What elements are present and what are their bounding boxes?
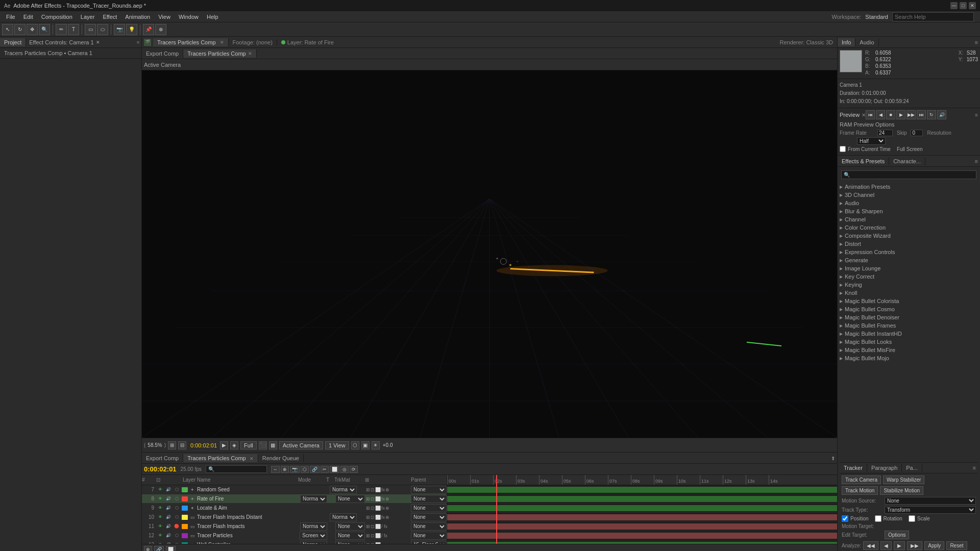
menu-layer[interactable]: Layer [77, 13, 99, 21]
frame-rate-input[interactable] [877, 130, 893, 136]
effect-generate[interactable]: ▶Generate [838, 256, 980, 264]
tab-audio[interactable]: Audio [855, 38, 878, 46]
parent-select-8[interactable]: None [411, 495, 447, 503]
tl-tab-close[interactable]: ✕ [250, 456, 254, 461]
resolution-select[interactable]: Half Full Quarter [857, 137, 886, 145]
track-type-select[interactable]: Transform [885, 506, 976, 514]
prev-audio[interactable]: 🔊 [937, 110, 946, 119]
current-timecode[interactable]: 0:00:02:01 [144, 465, 177, 473]
preview-close[interactable]: ✕ [862, 112, 866, 118]
position-cb[interactable] [842, 515, 848, 522]
tool-text[interactable]: T [68, 24, 79, 35]
skip-input[interactable] [911, 130, 923, 136]
viewer-quality-icon[interactable]: ◈ [230, 441, 238, 449]
mode-select-8[interactable]: Norma [300, 495, 327, 503]
layer-row-13[interactable]: 13 👁 🔊 ⬡ ✦ Wall Controller Norma None ⊞⊡… [142, 540, 447, 544]
menu-help[interactable]: Help [203, 13, 223, 21]
prev-first-frame[interactable]: ⏮ [866, 110, 875, 119]
viewer-render-icon[interactable]: ▣ [361, 441, 370, 449]
tool-select[interactable]: ↖ [2, 24, 13, 35]
effect-mb-misfire[interactable]: ▶Magic Bullet MisFire [838, 346, 980, 354]
effect-mb-colorista[interactable]: ▶Magic Bullet Colorista [838, 297, 980, 305]
panel-close-icon[interactable]: ✕ [96, 40, 100, 45]
analyze-back-btn[interactable]: ◀◀ [863, 541, 878, 550]
viewer-3d-icon[interactable]: ⬡ [351, 441, 359, 449]
effect-image-lounge[interactable]: ▶Image Lounge [838, 264, 980, 272]
layer-row-10[interactable]: 10 👁 🔊 ⬡ ▭ Tracer Flash Impacts Distant … [142, 513, 447, 522]
effect-mb-instanthd[interactable]: ▶Magic Bullet InstantHD [838, 330, 980, 338]
effect-keying[interactable]: ▶Keying [838, 281, 980, 289]
tracers-tl-tab-active[interactable]: Tracers Particles Comp ✕ [183, 454, 258, 462]
prev-stop[interactable]: ■ [886, 110, 895, 119]
mode-select-10[interactable]: Norma [330, 513, 357, 521]
effect-mb-looks[interactable]: ▶Magic Bullet Looks [838, 338, 980, 346]
analyze-fwd-step-btn[interactable]: ▶ [894, 541, 905, 550]
tab-tracers-comp[interactable]: Tracers Particles Comp ✕ [153, 38, 229, 46]
motion-source-select[interactable]: None [885, 497, 976, 505]
options-btn[interactable]: Options [885, 531, 909, 539]
parent-select-10[interactable]: None [411, 513, 447, 521]
stabilize-motion-btn[interactable]: Stabilize Motion [880, 486, 923, 495]
effect-mb-cosmo[interactable]: ▶Magic Bullet Cosmo [838, 305, 980, 313]
tracers-tab-active[interactable]: Tracers Particles Comp ✕ [183, 49, 257, 58]
effects-panel-menu[interactable]: ≡ [975, 158, 980, 164]
effect-key-correct[interactable]: ▶Key Correct [838, 272, 980, 281]
parent-select-9[interactable]: None [411, 504, 447, 512]
footage-tab[interactable]: Footage: (none) [229, 39, 277, 45]
analyze-back-step-btn[interactable]: ◀ [880, 541, 892, 550]
tool-pan[interactable]: ✥ [27, 24, 38, 35]
tool-shape-rect[interactable]: ▭ [85, 24, 96, 35]
export-comp-tl-tab[interactable]: Export Comp [142, 454, 183, 462]
tab-effects-presets[interactable]: Effects & Presets [838, 157, 889, 165]
tl-btn-8[interactable]: ◎ [340, 466, 349, 473]
export-comp-tab[interactable]: Export Comp [142, 49, 183, 58]
prev-step-back[interactable]: ◀ [876, 110, 885, 119]
effect-mb-mojo[interactable]: ▶Magic Bullet Mojo [838, 354, 980, 362]
tl-btn-5[interactable]: 🔗 [310, 466, 320, 473]
parent-select-11[interactable]: None [411, 522, 447, 531]
tl-btn-6[interactable]: ✂ [321, 466, 329, 473]
tl-btn-4[interactable]: ⬡ [301, 466, 309, 473]
tl-btn-2[interactable]: ⊕ [281, 466, 289, 473]
viewer-timecode[interactable]: 0:00:02:01 [190, 442, 217, 448]
tool-rotate[interactable]: ↻ [14, 24, 26, 35]
tracker-panel-menu[interactable]: ≡ [973, 465, 978, 471]
mode-select-11[interactable]: Norma [300, 522, 327, 531]
mode-select-7[interactable]: Norma [330, 486, 357, 494]
layer-row-7[interactable]: 7 👁 🔊 ⬡ ✦ Random Seed Norma ⊞⊡⬜fx⊕ None [142, 485, 447, 494]
layer-row-12[interactable]: 12 👁 🔊 ⬡ ▭ Tracer Particles Screen None … [142, 531, 447, 540]
active-camera-ctrl[interactable]: Active Camera [279, 441, 323, 449]
layer-row-9[interactable]: 9 👁 🔊 ⬡ ✦ Locate & Aim ⊞⊡⬜fx⊕ None [142, 504, 447, 513]
quality-select[interactable]: Full [240, 441, 257, 449]
tl-btn-1[interactable]: ↔ [271, 466, 280, 473]
tl-bottom-btn-2[interactable]: 🔗 [154, 546, 164, 552]
tool-light[interactable]: 💡 [126, 24, 137, 35]
viewer-exposure-icon[interactable]: ☀ [372, 441, 380, 449]
tab-pa[interactable]: Pa... [902, 464, 922, 472]
timeline-search[interactable] [206, 465, 267, 473]
preview-expand[interactable]: ≡ [975, 112, 978, 118]
panel-menu-right[interactable]: ≡ [975, 39, 980, 45]
effect-knoll[interactable]: ▶Knoll [838, 289, 980, 297]
effect-expression-controls[interactable]: ▶Expression Controls [838, 248, 980, 256]
effects-search-input[interactable] [841, 170, 976, 179]
tool-zoom[interactable]: 🔍 [39, 24, 50, 35]
layer-row-8[interactable]: 8 👁 🔊 ⬡ ✦ Rate of Fire Norma None ⊞⊡⬜fx⊕ [142, 494, 447, 504]
prev-last-frame[interactable]: ⏭ [917, 110, 926, 119]
magnification-value[interactable]: 58.5% [148, 442, 162, 448]
tl-btn-7[interactable]: ⬜ [330, 466, 339, 473]
viewer-safe-zones[interactable]: ⊟ [178, 441, 186, 449]
menu-view[interactable]: View [154, 13, 175, 21]
prev-step-fwd[interactable]: ▶▶ [906, 110, 916, 119]
effect-blur-sharpen[interactable]: ▶Blur & Sharpen [838, 207, 980, 215]
tool-camera[interactable]: 📷 [114, 24, 125, 35]
trkmat-select-11[interactable]: None [335, 522, 365, 531]
tab-project[interactable]: Project [0, 38, 26, 46]
tab-paragraph[interactable]: Paragraph [867, 464, 902, 472]
mode-select-12[interactable]: Screen [300, 532, 327, 540]
track-motion-btn[interactable]: Track Motion [842, 486, 878, 495]
menu-effect[interactable]: Effect [99, 13, 121, 21]
tl-bottom-btn-1[interactable]: ⊕ [144, 546, 152, 552]
tl-btn-3[interactable]: 📷 [290, 466, 300, 473]
trkmat-select-8[interactable]: None [335, 495, 365, 503]
